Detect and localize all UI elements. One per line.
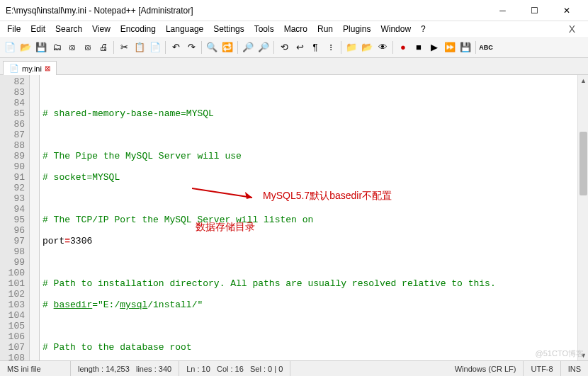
vertical-scrollbar[interactable]: ▲ ▼: [577, 75, 588, 360]
status-length: length : 14,253 lines : 340: [71, 361, 179, 376]
menu-run[interactable]: Run: [313, 23, 337, 35]
menu-file[interactable]: File: [3, 23, 25, 35]
line-number-gutter: 8283848586878889909192939495969798991001…: [0, 75, 30, 360]
menu-language[interactable]: Language: [162, 23, 208, 35]
minimize-button[interactable]: ─: [487, 1, 519, 21]
cut-icon[interactable]: ✂: [117, 40, 131, 55]
stop-macro-icon[interactable]: ■: [412, 40, 426, 55]
unfold-icon[interactable]: 📂: [360, 40, 374, 55]
replace-icon[interactable]: 🔁: [220, 40, 234, 55]
sync-icon[interactable]: ⟲: [277, 40, 291, 55]
scrollbar-thumb[interactable]: [579, 132, 587, 195]
menu-encoding[interactable]: Encoding: [116, 23, 160, 35]
menu-macro[interactable]: Macro: [280, 23, 312, 35]
save-macro-icon[interactable]: 💾: [458, 40, 473, 55]
status-position: Ln : 10 Col : 16 Sel : 0 | 0: [179, 361, 290, 376]
tab-label: my.ini: [22, 64, 42, 73]
redo-icon[interactable]: ↷: [184, 40, 198, 55]
close-file-icon[interactable]: ⦻: [65, 40, 79, 55]
status-ins[interactable]: INS: [561, 361, 588, 376]
close-button[interactable]: ✕: [550, 1, 582, 21]
wrap-icon[interactable]: ↩: [293, 40, 307, 55]
zoom-out-icon[interactable]: 🔎: [256, 40, 271, 55]
secondary-close-icon[interactable]: X: [565, 22, 579, 36]
menu-window[interactable]: Window: [376, 23, 415, 35]
status-eol[interactable]: Windows (CR LF): [448, 361, 524, 376]
code-area[interactable]: # shared-memory-base-name=MYSQL # The Pi…: [40, 75, 588, 360]
maximize-button[interactable]: ☐: [519, 1, 550, 21]
watermark: @51CTO博客: [536, 348, 584, 359]
new-file-icon[interactable]: 📄: [3, 40, 17, 55]
paste-icon[interactable]: 📄: [148, 40, 162, 55]
print-icon[interactable]: 🖨: [96, 40, 111, 55]
menu-edit[interactable]: Edit: [26, 23, 50, 35]
status-bar: MS ini file length : 14,253 lines : 340 …: [0, 360, 588, 376]
status-encoding[interactable]: UTF-8: [524, 361, 560, 376]
tab-my-ini[interactable]: 📄 my.ini ⊠: [3, 61, 57, 75]
menu-settings[interactable]: Settings: [209, 23, 248, 35]
menu-tools[interactable]: Tools: [250, 23, 278, 35]
save-icon[interactable]: 💾: [34, 40, 48, 55]
menu-search[interactable]: Search: [51, 23, 86, 35]
save-all-icon[interactable]: 🗂: [50, 40, 64, 55]
close-all-icon[interactable]: ⦻: [81, 40, 95, 55]
indent-guide-icon[interactable]: ⫶: [324, 40, 338, 55]
record-macro-icon[interactable]: ●: [396, 40, 410, 55]
menu-help[interactable]: ?: [417, 23, 430, 35]
tab-close-icon[interactable]: ⊠: [45, 64, 50, 72]
tab-bar: 📄 my.ini ⊠: [0, 58, 588, 75]
menu-view[interactable]: View: [88, 23, 115, 35]
menu-bar: File Edit Search View Encoding Language …: [0, 21, 588, 37]
hide-lines-icon[interactable]: 👁: [375, 40, 390, 55]
open-file-icon[interactable]: 📂: [18, 40, 33, 55]
show-chars-icon[interactable]: ¶: [308, 40, 322, 55]
scroll-up-icon[interactable]: ▲: [578, 75, 588, 86]
window-title: E:\mysql\install\my.ini - Notepad++ [Adm…: [6, 6, 487, 16]
menu-plugins[interactable]: Plugins: [339, 23, 375, 35]
status-filetype: MS ini file: [0, 361, 71, 376]
copy-icon[interactable]: 📋: [132, 40, 147, 55]
play-multi-icon[interactable]: ⏩: [443, 40, 457, 55]
tab-file-icon: 📄: [9, 64, 19, 73]
fold-icon[interactable]: 📁: [344, 40, 358, 55]
spell-check-icon[interactable]: ABC: [479, 40, 493, 55]
zoom-in-icon[interactable]: 🔎: [241, 40, 255, 55]
toolbar: 📄 📂 💾 🗂 ⦻ ⦻ 🖨 ✂ 📋 📄 ↶ ↷ 🔍 🔁 🔎 🔎 ⟲ ↩ ¶ ⫶ …: [0, 37, 588, 58]
play-macro-icon[interactable]: ▶: [427, 40, 441, 55]
undo-icon[interactable]: ↶: [169, 40, 183, 55]
find-icon[interactable]: 🔍: [205, 40, 219, 55]
fold-margin[interactable]: [30, 75, 40, 360]
